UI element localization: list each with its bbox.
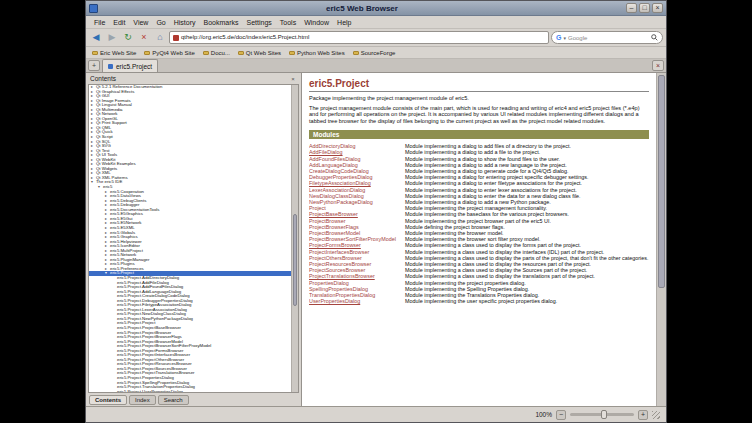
menu-go[interactable]: Go xyxy=(152,19,169,26)
menu-edit[interactable]: Edit xyxy=(109,19,129,26)
menu-tools[interactable]: Tools xyxy=(276,19,300,26)
page-summary: Package implementing the project managem… xyxy=(309,95,649,101)
bookmark-label: Qt Web Sites xyxy=(246,50,281,56)
app-icon xyxy=(89,4,98,13)
menubar: FileEditViewGoHistoryBookmarksSettingsTo… xyxy=(86,16,666,29)
module-link[interactable]: UserPropertiesDialog xyxy=(309,298,405,304)
home-button[interactable]: ⌂ xyxy=(153,31,167,44)
sidebar-scrollbar[interactable] xyxy=(291,85,298,392)
modules-section-header: Modules xyxy=(309,130,649,139)
modules-table: AddDirectoryDialogModule implementing a … xyxy=(309,143,649,304)
zoom-in-button[interactable]: + xyxy=(638,410,648,420)
sidebar-tab-search[interactable]: Search xyxy=(158,395,189,405)
tab-label: eric5.Project xyxy=(116,63,152,70)
sidebar-tab-index[interactable]: Index xyxy=(129,395,156,405)
dock-title: Contents xyxy=(90,75,116,82)
module-description: Module implementing the user specific pr… xyxy=(405,298,649,304)
back-button[interactable]: ◀ xyxy=(89,31,103,44)
menu-file[interactable]: File xyxy=(90,19,109,26)
page-description: The project management module consists o… xyxy=(309,105,649,124)
bookmark-label: Eric Web Site xyxy=(100,50,136,56)
folder-icon xyxy=(238,51,244,55)
tree-item[interactable]: eric5.Project.UserPropertiesDialog xyxy=(89,390,291,392)
title-bar: eric5 Web Browser – □ × xyxy=(86,1,666,16)
reload-button[interactable]: ↻ xyxy=(121,31,135,44)
bookmark-item[interactable]: Python Web Sites xyxy=(289,50,345,56)
forward-button[interactable]: ▶ xyxy=(105,31,119,44)
folder-icon xyxy=(144,51,150,55)
bookmark-label: Python Web Sites xyxy=(297,50,345,56)
status-bar: 100% − + xyxy=(86,406,666,422)
dock-header: Contents × xyxy=(86,73,301,84)
menu-history[interactable]: History xyxy=(170,19,200,26)
maximize-button[interactable]: □ xyxy=(639,3,650,13)
app-window: eric5 Web Browser – □ × FileEditViewGoHi… xyxy=(85,0,667,423)
url-text: qthelp://org.eric5.de/doc/index/eric5.Pr… xyxy=(181,32,309,43)
navigation-toolbar: ◀ ▶ ↻ × ⌂ qthelp://org.eric5.de/doc/inde… xyxy=(86,29,666,47)
contents-tree: ▸Qt 5.2.1 Reference Documentation▸Qt Gra… xyxy=(89,85,291,392)
sidebar-bottom-tabs: ContentsIndexSearch xyxy=(86,393,301,406)
zoom-slider-handle[interactable] xyxy=(601,410,607,419)
bookmark-item[interactable]: Qt Web Sites xyxy=(238,50,281,56)
contents-tree-panel: ▸Qt 5.2.1 Reference Documentation▸Qt Gra… xyxy=(88,84,299,393)
tab-favicon-icon xyxy=(108,64,113,69)
folder-icon xyxy=(289,51,295,55)
page-favicon-icon xyxy=(173,35,179,41)
bookmarks-bar: Eric Web SitePyQt4 Web SiteDocu...Qt Web… xyxy=(86,47,666,59)
zoom-percent-label: 100% xyxy=(535,411,552,418)
zoom-out-button[interactable]: − xyxy=(556,410,566,420)
stop-button[interactable]: × xyxy=(137,31,151,44)
menu-help[interactable]: Help xyxy=(333,19,355,26)
menu-bookmarks[interactable]: Bookmarks xyxy=(200,19,243,26)
bookmark-label: Docu... xyxy=(211,50,230,56)
resize-grip[interactable] xyxy=(652,411,660,419)
minimize-button[interactable]: – xyxy=(626,3,637,13)
content-scrollbar-thumb[interactable] xyxy=(658,75,665,288)
menu-view[interactable]: View xyxy=(129,19,152,26)
sidebar-scrollbar-thumb[interactable] xyxy=(293,214,297,306)
folder-icon xyxy=(203,51,209,55)
folder-icon xyxy=(353,51,359,55)
module-row: UserPropertiesDialogModule implementing … xyxy=(309,298,649,304)
bookmark-item[interactable]: Eric Web Site xyxy=(92,50,136,56)
search-engine-label: Google xyxy=(568,35,649,41)
zoom-slider[interactable] xyxy=(570,413,634,416)
google-icon: G xyxy=(556,34,561,41)
search-icon xyxy=(651,34,658,41)
new-tab-button[interactable]: + xyxy=(88,60,100,71)
page-title: eric5.Project xyxy=(309,78,649,89)
content-scrollbar[interactable] xyxy=(656,73,666,406)
bookmark-item[interactable]: Docu... xyxy=(203,50,230,56)
url-bar[interactable]: qthelp://org.eric5.de/doc/index/eric5.Pr… xyxy=(169,31,549,44)
web-search-input[interactable]: G ▾ Google xyxy=(551,31,663,44)
bookmark-item[interactable]: SourceForge xyxy=(353,50,396,56)
chevron-down-icon[interactable]: ▾ xyxy=(563,35,566,41)
divider xyxy=(309,91,649,92)
menu-window[interactable]: Window xyxy=(300,19,333,26)
sidebar-tab-contents[interactable]: Contents xyxy=(89,395,127,405)
tab-eric5-project[interactable]: eric5.Project xyxy=(102,59,158,72)
menu-settings[interactable]: Settings xyxy=(243,19,276,26)
main-area: Contents × ▸Qt 5.2.1 Reference Documenta… xyxy=(86,73,666,406)
window-title: eric5 Web Browser xyxy=(100,4,624,13)
folder-icon xyxy=(92,51,98,55)
contents-sidebar: Contents × ▸Qt 5.2.1 Reference Documenta… xyxy=(86,73,302,406)
close-button[interactable]: × xyxy=(652,3,663,13)
dock-close-icon[interactable]: × xyxy=(289,76,297,82)
close-tab-button[interactable]: × xyxy=(652,60,664,71)
bookmark-label: SourceForge xyxy=(361,50,396,56)
bookmark-item[interactable]: PyQt4 Web Site xyxy=(144,50,195,56)
documentation-page: eric5.Project Package implementing the p… xyxy=(302,73,656,406)
bookmark-label: PyQt4 Web Site xyxy=(152,50,195,56)
tab-bar: + eric5.Project × xyxy=(86,59,666,73)
tree-item-label: eric5.Project.UserPropertiesDialog xyxy=(117,390,183,392)
browser-content: eric5.Project Package implementing the p… xyxy=(302,73,666,406)
